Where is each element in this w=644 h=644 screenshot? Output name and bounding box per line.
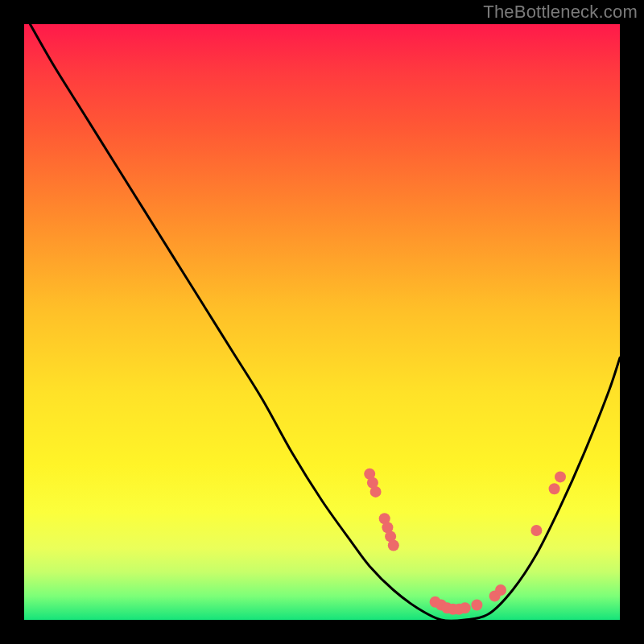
data-marker	[555, 471, 566, 482]
data-marker	[370, 486, 382, 497]
data-marker	[549, 483, 560, 494]
data-marker	[530, 525, 542, 536]
data-marker	[388, 540, 399, 551]
data-marker	[495, 584, 506, 596]
bottleneck-curve	[24, 24, 620, 620]
data-marker	[471, 600, 482, 611]
watermark-label: TheBottleneck.com	[483, 2, 638, 23]
data-marker	[460, 602, 471, 613]
plot-area	[24, 24, 620, 620]
chart-frame: TheBottleneck.com	[0, 0, 644, 644]
